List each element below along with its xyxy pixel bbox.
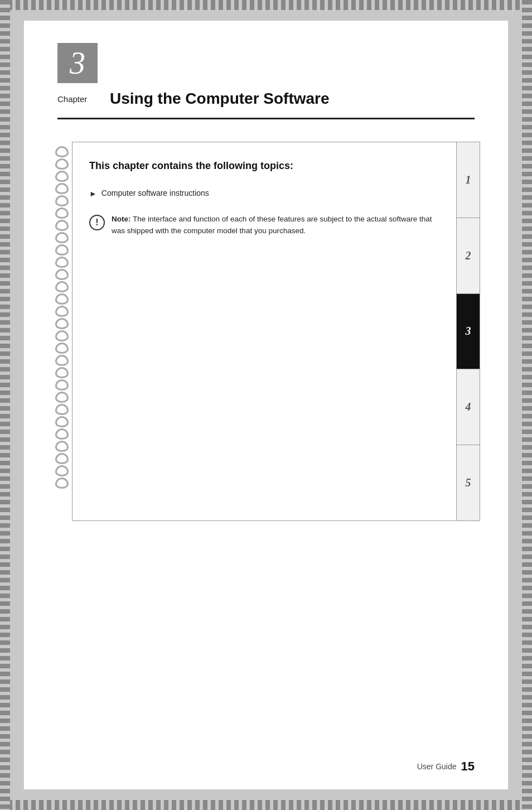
chapter-numeral: 3	[70, 47, 85, 79]
chapter-title: Using the Computer Software	[110, 90, 330, 108]
footer-page-number: 15	[461, 759, 475, 774]
tab-item-5[interactable]: 5	[457, 445, 480, 520]
spiral-ring	[55, 404, 69, 415]
spiral-ring	[55, 441, 69, 452]
tab-item-3[interactable]: 3	[457, 294, 480, 370]
topic-list: ► Computer software instructions	[89, 189, 443, 198]
chapter-number-block: 3	[57, 43, 98, 85]
note-icon: !	[89, 215, 105, 230]
notebook-heading: This chapter contains the following topi…	[89, 159, 443, 173]
page-inner: 3 Chapter Using the Computer Software Th…	[23, 20, 509, 790]
dashed-strip-left	[0, 0, 10, 810]
chapter-word: Chapter	[57, 94, 96, 104]
spiral-ring	[55, 208, 69, 219]
tab-item-2[interactable]: 2	[457, 218, 480, 294]
notebook-area: This chapter contains the following topi…	[52, 142, 480, 521]
spiral-ring	[55, 171, 69, 182]
tab-item-4[interactable]: 4	[457, 369, 480, 445]
page-outer: 3 Chapter Using the Computer Software Th…	[0, 0, 532, 810]
dashed-strip-right	[522, 0, 532, 810]
spiral-ring	[55, 220, 69, 231]
notebook-content: This chapter contains the following topi…	[72, 142, 456, 520]
spiral-ring	[55, 343, 69, 354]
spiral-ring	[55, 392, 69, 403]
note-label: Note:	[112, 215, 131, 223]
spiral-ring	[55, 478, 69, 489]
dashed-strip-bottom	[0, 800, 532, 810]
page-footer: User Guide 15	[417, 759, 475, 774]
spiral-ring	[55, 244, 69, 255]
spiral-ring	[55, 146, 69, 157]
spiral-ring	[55, 416, 69, 427]
note-block: ! Note: The interface and function of ea…	[89, 214, 443, 237]
chapter-divider	[57, 118, 475, 119]
note-body: The interface and function of each of th…	[112, 215, 432, 235]
spiral-ring	[55, 257, 69, 268]
dashed-strip-top	[0, 0, 532, 10]
topic-text: Computer software instructions	[101, 189, 209, 197]
spiral-ring	[55, 367, 69, 378]
spiral-ring	[55, 465, 69, 476]
spiral-ring	[55, 318, 69, 329]
right-tabs: 12345	[456, 142, 480, 520]
footer-guide-label: User Guide	[417, 762, 457, 771]
chapter-number-box: 3	[57, 43, 98, 83]
chapter-header: 3 Chapter Using the Computer Software	[24, 21, 508, 113]
notebook-box: This chapter contains the following topi…	[72, 142, 480, 521]
arrow-icon: ►	[89, 189, 97, 198]
spiral-ring	[55, 195, 69, 206]
spiral-ring	[55, 428, 69, 440]
spiral-ring	[55, 232, 69, 243]
spiral-ring	[55, 281, 69, 292]
spiral-ring	[55, 306, 69, 317]
spiral-ring	[55, 379, 69, 390]
spiral-ring	[55, 453, 69, 464]
note-icon-symbol: !	[95, 218, 98, 228]
tab-item-1[interactable]: 1	[457, 142, 480, 218]
chapter-label-row: Chapter Using the Computer Software	[57, 90, 475, 108]
spiral-ring	[55, 158, 69, 170]
spiral-ring	[55, 183, 69, 194]
spiral-ring	[55, 293, 69, 305]
spiral-ring	[55, 269, 69, 280]
spiral-binding	[52, 142, 72, 521]
note-text: Note: The interface and function of each…	[112, 214, 443, 237]
spiral-ring	[55, 330, 69, 341]
spiral-ring	[55, 355, 69, 366]
list-item: ► Computer software instructions	[89, 189, 443, 198]
